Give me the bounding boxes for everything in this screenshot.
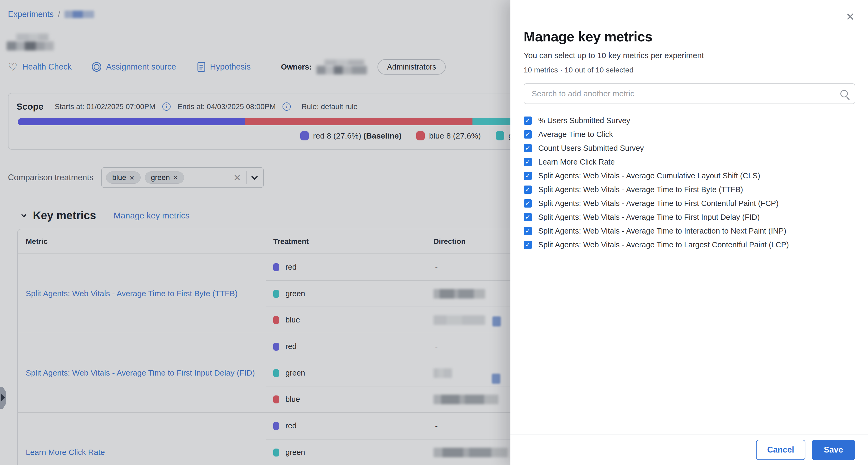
checkbox-checked-icon[interactable]: ✓ [524, 241, 532, 249]
metric-checkbox-row[interactable]: ✓Split Agents: Web Vitals - Average Cumu… [524, 169, 855, 183]
checkbox-checked-icon[interactable]: ✓ [524, 172, 532, 180]
metric-checkbox-row[interactable]: ✓Split Agents: Web Vitals - Average Time… [524, 224, 855, 238]
metric-checkbox-row[interactable]: ✓Split Agents: Web Vitals - Average Time… [524, 210, 855, 224]
metric-checkbox-row[interactable]: ✓Split Agents: Web Vitals - Average Time… [524, 196, 855, 210]
checkbox-checked-icon[interactable]: ✓ [524, 199, 532, 208]
metric-checkbox-row[interactable]: ✓Split Agents: Web Vitals - Average Time… [524, 183, 855, 196]
search-icon[interactable] [840, 90, 848, 97]
panel-footer: Cancel Save [510, 434, 868, 465]
metric-checkbox-row[interactable]: ✓Average Time to Click [524, 127, 855, 141]
cancel-button[interactable]: Cancel [756, 440, 805, 460]
metric-checkbox-label: % Users Submitted Survey [538, 116, 630, 125]
metric-checkbox-label: Split Agents: Web Vitals - Average Time … [538, 227, 786, 235]
metric-checkbox-row[interactable]: ✓Learn More Click Rate [524, 155, 855, 169]
metric-checkbox-label: Split Agents: Web Vitals - Average Time … [538, 185, 743, 194]
metric-search-input[interactable] [532, 89, 840, 98]
checkbox-checked-icon[interactable]: ✓ [524, 213, 532, 221]
metric-checklist: ✓% Users Submitted Survey✓Average Time t… [524, 114, 855, 252]
checkbox-checked-icon[interactable]: ✓ [524, 144, 532, 152]
panel-title: Manage key metrics [524, 29, 855, 45]
metric-checkbox-label: Average Time to Click [538, 130, 613, 139]
metric-checkbox-label: Split Agents: Web Vitals - Average Time … [538, 240, 789, 249]
metric-checkbox-label: Split Agents: Web Vitals - Average Time … [538, 199, 779, 208]
metric-checkbox-row[interactable]: ✓Count Users Submitted Survey [524, 141, 855, 155]
metric-checkbox-label: Split Agents: Web Vitals - Average Cumul… [538, 171, 760, 180]
metric-search-box [524, 83, 855, 104]
metric-checkbox-row[interactable]: ✓% Users Submitted Survey [524, 114, 855, 127]
close-icon[interactable]: × [846, 9, 854, 23]
manage-key-metrics-panel: × Manage key metrics You can select up t… [510, 0, 868, 465]
panel-subtitle: You can select up to 10 key metrics per … [524, 51, 855, 60]
metric-checkbox-label: Split Agents: Web Vitals - Average Time … [538, 213, 760, 222]
checkbox-checked-icon[interactable]: ✓ [524, 158, 532, 166]
checkbox-checked-icon[interactable]: ✓ [524, 227, 532, 235]
metrics-count-status: 10 metrics · 10 out of 10 selected [524, 66, 855, 74]
checkbox-checked-icon[interactable]: ✓ [524, 185, 532, 194]
metric-checkbox-row[interactable]: ✓Split Agents: Web Vitals - Average Time… [524, 238, 855, 252]
metric-checkbox-label: Count Users Submitted Survey [538, 144, 644, 153]
metric-checkbox-label: Learn More Click Rate [538, 158, 615, 167]
checkbox-checked-icon[interactable]: ✓ [524, 130, 532, 139]
checkbox-checked-icon[interactable]: ✓ [524, 117, 532, 125]
save-button[interactable]: Save [812, 440, 855, 460]
